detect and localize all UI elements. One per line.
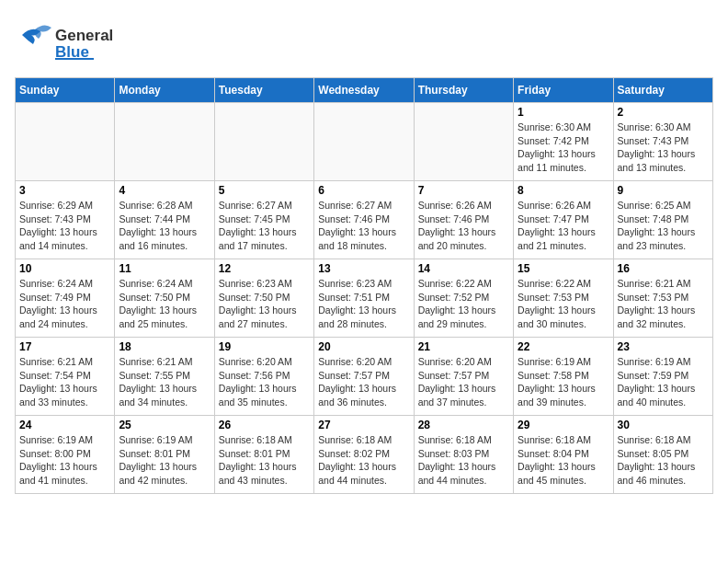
day-number: 16	[618, 262, 709, 275]
day-number: 9	[618, 184, 709, 197]
day-number: 19	[219, 340, 310, 353]
day-detail: Sunrise: 6:18 AM Sunset: 8:01 PM Dayligh…	[219, 433, 310, 488]
calendar-cell: 2Sunrise: 6:30 AM Sunset: 7:43 PM Daylig…	[613, 103, 712, 181]
calendar-cell: 8Sunrise: 6:26 AM Sunset: 7:47 PM Daylig…	[514, 181, 613, 259]
week-row-3: 10Sunrise: 6:24 AM Sunset: 7:49 PM Dayli…	[16, 259, 713, 338]
header-cell-friday: Friday	[514, 78, 613, 103]
day-detail: Sunrise: 6:29 AM Sunset: 7:43 PM Dayligh…	[19, 199, 110, 253]
calendar-cell	[16, 103, 115, 181]
day-detail: Sunrise: 6:20 AM Sunset: 7:56 PM Dayligh…	[219, 355, 310, 409]
day-detail: Sunrise: 6:30 AM Sunset: 7:42 PM Dayligh…	[518, 121, 609, 175]
day-detail: Sunrise: 6:28 AM Sunset: 7:44 PM Dayligh…	[119, 199, 210, 253]
calendar-cell	[414, 103, 513, 181]
day-number: 1	[518, 106, 609, 119]
day-number: 24	[19, 419, 110, 431]
day-detail: Sunrise: 6:26 AM Sunset: 7:46 PM Dayligh…	[418, 199, 509, 253]
calendar-cell: 26Sunrise: 6:18 AM Sunset: 8:01 PM Dayli…	[214, 416, 313, 494]
day-detail: Sunrise: 6:21 AM Sunset: 7:54 PM Dayligh…	[19, 355, 110, 409]
calendar-cell: 27Sunrise: 6:18 AM Sunset: 8:02 PM Dayli…	[314, 416, 414, 494]
week-row-4: 17Sunrise: 6:21 AM Sunset: 7:54 PM Dayli…	[16, 338, 713, 416]
calendar-cell: 21Sunrise: 6:20 AM Sunset: 7:57 PM Dayli…	[414, 338, 513, 416]
day-number: 8	[518, 184, 609, 197]
calendar-cell: 14Sunrise: 6:22 AM Sunset: 7:52 PM Dayli…	[414, 259, 513, 338]
calendar-cell: 15Sunrise: 6:22 AM Sunset: 7:53 PM Dayli…	[514, 259, 613, 338]
week-row-5: 24Sunrise: 6:19 AM Sunset: 8:00 PM Dayli…	[16, 416, 713, 494]
header-cell-thursday: Thursday	[414, 78, 513, 103]
logo-svg: General Blue	[15, 18, 125, 66]
day-number: 29	[518, 419, 609, 431]
page-header: General Blue	[15, 15, 713, 66]
day-number: 18	[119, 340, 210, 353]
day-detail: Sunrise: 6:24 AM Sunset: 7:50 PM Dayligh…	[119, 277, 210, 331]
calendar-cell: 10Sunrise: 6:24 AM Sunset: 7:49 PM Dayli…	[16, 259, 115, 338]
day-detail: Sunrise: 6:27 AM Sunset: 7:45 PM Dayligh…	[219, 199, 310, 253]
day-detail: Sunrise: 6:19 AM Sunset: 8:01 PM Dayligh…	[119, 433, 210, 488]
calendar-cell: 9Sunrise: 6:25 AM Sunset: 7:48 PM Daylig…	[613, 181, 712, 259]
day-number: 12	[219, 262, 310, 275]
calendar-cell: 28Sunrise: 6:18 AM Sunset: 8:03 PM Dayli…	[414, 416, 513, 494]
day-number: 14	[418, 262, 509, 275]
day-detail: Sunrise: 6:19 AM Sunset: 7:58 PM Dayligh…	[518, 355, 609, 409]
calendar-cell	[314, 103, 414, 181]
day-detail: Sunrise: 6:18 AM Sunset: 8:04 PM Dayligh…	[518, 433, 609, 488]
logo: General Blue	[15, 18, 125, 66]
calendar-cell: 24Sunrise: 6:19 AM Sunset: 8:00 PM Dayli…	[16, 416, 115, 494]
calendar-cell: 12Sunrise: 6:23 AM Sunset: 7:50 PM Dayli…	[214, 259, 313, 338]
day-number: 20	[318, 340, 409, 353]
day-detail: Sunrise: 6:26 AM Sunset: 7:47 PM Dayligh…	[518, 199, 609, 253]
day-detail: Sunrise: 6:20 AM Sunset: 7:57 PM Dayligh…	[318, 355, 409, 409]
day-detail: Sunrise: 6:30 AM Sunset: 7:43 PM Dayligh…	[618, 121, 709, 175]
calendar-body: 1Sunrise: 6:30 AM Sunset: 7:42 PM Daylig…	[16, 103, 713, 494]
calendar-cell: 20Sunrise: 6:20 AM Sunset: 7:57 PM Dayli…	[314, 338, 414, 416]
day-number: 2	[618, 106, 709, 119]
calendar-cell: 3Sunrise: 6:29 AM Sunset: 7:43 PM Daylig…	[16, 181, 115, 259]
day-detail: Sunrise: 6:25 AM Sunset: 7:48 PM Dayligh…	[618, 199, 709, 253]
week-row-2: 3Sunrise: 6:29 AM Sunset: 7:43 PM Daylig…	[16, 181, 713, 259]
calendar-cell: 30Sunrise: 6:18 AM Sunset: 8:05 PM Dayli…	[613, 416, 712, 494]
day-number: 4	[119, 184, 210, 197]
day-detail: Sunrise: 6:18 AM Sunset: 8:03 PM Dayligh…	[418, 433, 509, 488]
day-number: 5	[219, 184, 310, 197]
calendar-cell: 29Sunrise: 6:18 AM Sunset: 8:04 PM Dayli…	[514, 416, 613, 494]
calendar-cell: 19Sunrise: 6:20 AM Sunset: 7:56 PM Dayli…	[214, 338, 313, 416]
day-number: 26	[219, 419, 310, 431]
day-detail: Sunrise: 6:20 AM Sunset: 7:57 PM Dayligh…	[418, 355, 509, 409]
day-detail: Sunrise: 6:23 AM Sunset: 7:50 PM Dayligh…	[219, 277, 310, 331]
day-number: 17	[19, 340, 110, 353]
calendar-cell: 7Sunrise: 6:26 AM Sunset: 7:46 PM Daylig…	[414, 181, 513, 259]
calendar-cell: 18Sunrise: 6:21 AM Sunset: 7:55 PM Dayli…	[115, 338, 214, 416]
day-detail: Sunrise: 6:21 AM Sunset: 7:55 PM Dayligh…	[119, 355, 210, 409]
day-detail: Sunrise: 6:24 AM Sunset: 7:49 PM Dayligh…	[19, 277, 110, 331]
calendar-cell: 13Sunrise: 6:23 AM Sunset: 7:51 PM Dayli…	[314, 259, 414, 338]
calendar-cell: 5Sunrise: 6:27 AM Sunset: 7:45 PM Daylig…	[214, 181, 313, 259]
calendar-cell: 17Sunrise: 6:21 AM Sunset: 7:54 PM Dayli…	[16, 338, 115, 416]
calendar-cell	[115, 103, 214, 181]
calendar-table: SundayMondayTuesdayWednesdayThursdayFrid…	[15, 77, 713, 494]
day-number: 30	[618, 419, 709, 431]
calendar-cell: 11Sunrise: 6:24 AM Sunset: 7:50 PM Dayli…	[115, 259, 214, 338]
day-number: 28	[418, 419, 509, 431]
header-cell-wednesday: Wednesday	[314, 78, 414, 103]
header-cell-monday: Monday	[115, 78, 214, 103]
day-detail: Sunrise: 6:19 AM Sunset: 7:59 PM Dayligh…	[618, 355, 709, 409]
day-number: 27	[318, 419, 409, 431]
day-number: 10	[19, 262, 110, 275]
header-row: SundayMondayTuesdayWednesdayThursdayFrid…	[16, 78, 713, 103]
day-number: 7	[418, 184, 509, 197]
day-detail: Sunrise: 6:23 AM Sunset: 7:51 PM Dayligh…	[318, 277, 409, 331]
header-cell-tuesday: Tuesday	[214, 78, 313, 103]
day-number: 15	[518, 262, 609, 275]
header-cell-saturday: Saturday	[613, 78, 712, 103]
week-row-1: 1Sunrise: 6:30 AM Sunset: 7:42 PM Daylig…	[16, 103, 713, 181]
day-number: 6	[318, 184, 409, 197]
calendar-cell: 6Sunrise: 6:27 AM Sunset: 7:46 PM Daylig…	[314, 181, 414, 259]
day-detail: Sunrise: 6:18 AM Sunset: 8:02 PM Dayligh…	[318, 433, 409, 488]
day-number: 3	[19, 184, 110, 197]
day-number: 11	[119, 262, 210, 275]
header-cell-sunday: Sunday	[16, 78, 115, 103]
calendar-cell	[214, 103, 313, 181]
day-number: 13	[318, 262, 409, 275]
day-number: 22	[518, 340, 609, 353]
calendar-cell: 22Sunrise: 6:19 AM Sunset: 7:58 PM Dayli…	[514, 338, 613, 416]
day-detail: Sunrise: 6:19 AM Sunset: 8:00 PM Dayligh…	[19, 433, 110, 488]
